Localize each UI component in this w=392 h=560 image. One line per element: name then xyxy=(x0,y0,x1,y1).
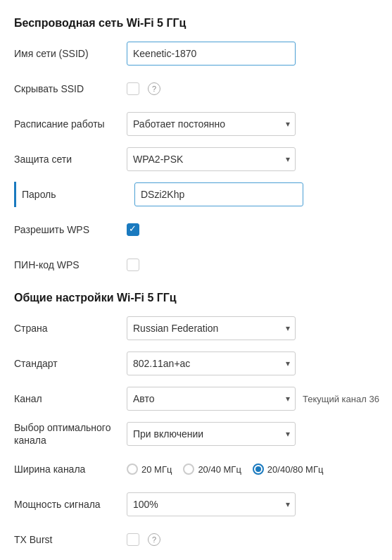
schedule-select[interactable]: Работает постоянно xyxy=(127,112,296,136)
optimal-channel-label: Выбор оптимального канала xyxy=(14,421,127,447)
ssid-input[interactable] xyxy=(127,42,296,66)
tx-burst-help-icon[interactable]: ? xyxy=(148,533,160,546)
country-label: Страна xyxy=(14,323,127,334)
schedule-select-wrap: Работает постоянно ▾ xyxy=(127,112,296,136)
ssid-label: Имя сети (SSID) xyxy=(14,48,127,59)
power-label: Мощность сигнала xyxy=(14,499,127,510)
tx-burst-checkbox[interactable] xyxy=(127,533,139,546)
schedule-row: Расписание работы Работает постоянно ▾ xyxy=(14,111,378,137)
standard-select-wrap: 802.11an+ac ▾ xyxy=(127,351,296,375)
password-control xyxy=(134,182,378,206)
bandwidth-control: 20 МГц 20/40 МГц 20/40/80 МГц xyxy=(127,463,378,475)
channel-select-wrap: Авто ▾ xyxy=(127,387,296,411)
standard-select[interactable]: 802.11an+ac xyxy=(127,351,296,375)
standard-row: Стандарт 802.11an+ac ▾ xyxy=(14,351,378,376)
bandwidth-row: Ширина канала 20 МГц 20/40 МГц 20/40/80 … xyxy=(14,456,378,482)
bandwidth-20mhz-item[interactable]: 20 МГц xyxy=(127,463,172,475)
section-general-title: Общие настройки Wi-Fi 5 ГГц xyxy=(14,292,378,304)
bandwidth-2040mhz-item[interactable]: 20/40 МГц xyxy=(183,463,241,475)
standard-label: Стандарт xyxy=(14,358,127,369)
country-row: Страна Russian Federation ▾ xyxy=(14,316,378,341)
wps-pin-row: ПИН-код WPS xyxy=(14,252,378,278)
channel-current-note: Текущий канал 36 xyxy=(303,394,379,404)
country-select[interactable]: Russian Federation xyxy=(127,316,296,340)
country-select-wrap: Russian Federation ▾ xyxy=(127,316,296,340)
password-label: Пароль xyxy=(22,189,134,200)
standard-control: 802.11an+ac ▾ xyxy=(127,351,378,375)
channel-control: Авто ▾ Текущий канал 36 xyxy=(127,387,379,411)
wps-pin-control xyxy=(127,259,378,271)
section-general: Общие настройки Wi-Fi 5 ГГц Страна Russi… xyxy=(14,292,378,552)
power-select[interactable]: 100% xyxy=(127,492,296,516)
tx-burst-row: TX Burst ? xyxy=(14,527,378,552)
channel-row: Канал Авто ▾ Текущий канал 36 xyxy=(14,386,378,411)
country-control: Russian Federation ▾ xyxy=(127,316,378,340)
hide-ssid-checkbox[interactable] xyxy=(127,82,139,95)
password-input[interactable] xyxy=(134,182,303,206)
wps-pin-label: ПИН-код WPS xyxy=(14,259,127,270)
schedule-label: Расписание работы xyxy=(14,118,127,130)
wps-pin-checkbox[interactable] xyxy=(127,259,139,271)
bandwidth-radio-group: 20 МГц 20/40 МГц 20/40/80 МГц xyxy=(127,463,323,475)
optimal-channel-select-wrap: При включении ▾ xyxy=(127,422,296,446)
bandwidth-204080mhz-label: 20/40/80 МГц xyxy=(267,464,324,475)
ssid-control xyxy=(127,42,378,66)
security-row: Защита сети WPA2-PSK ▾ xyxy=(14,147,378,172)
tx-burst-control: ? xyxy=(127,533,378,546)
hide-ssid-label: Скрывать SSID xyxy=(14,83,127,94)
bandwidth-20mhz-radio[interactable] xyxy=(127,463,138,475)
tx-burst-label: TX Burst xyxy=(14,534,127,545)
channel-label: Канал xyxy=(14,393,127,404)
security-label: Защита сети xyxy=(14,154,127,165)
hide-ssid-control: ? xyxy=(127,82,378,95)
section-wifi5-title: Беспроводная сеть Wi-Fi 5 ГГц xyxy=(14,17,378,30)
power-row: Мощность сигнала 100% ▾ xyxy=(14,492,378,517)
security-select-wrap: WPA2-PSK ▾ xyxy=(127,147,296,171)
ssid-row: Имя сети (SSID) xyxy=(14,41,378,66)
optimal-channel-select[interactable]: При включении xyxy=(127,422,296,446)
channel-select[interactable]: Авто xyxy=(127,387,296,411)
bandwidth-2040mhz-label: 20/40 МГц xyxy=(198,464,241,475)
wps-allow-control xyxy=(127,223,378,236)
wps-allow-row: Разрешить WPS xyxy=(14,217,378,242)
power-control: 100% ▾ xyxy=(127,492,378,516)
password-row: Пароль xyxy=(14,182,378,207)
bandwidth-204080mhz-radio[interactable] xyxy=(253,463,264,475)
optimal-channel-row: Выбор оптимального канала При включении … xyxy=(14,421,378,447)
hide-ssid-row: Скрывать SSID ? xyxy=(14,76,378,101)
bandwidth-204080mhz-item[interactable]: 20/40/80 МГц xyxy=(253,463,324,475)
power-select-wrap: 100% ▾ xyxy=(127,492,296,516)
hide-ssid-help-icon[interactable]: ? xyxy=(148,82,160,95)
section-wifi5: Беспроводная сеть Wi-Fi 5 ГГц Имя сети (… xyxy=(14,17,378,278)
wps-allow-checkbox[interactable] xyxy=(127,223,139,236)
security-control: WPA2-PSK ▾ xyxy=(127,147,378,171)
optimal-channel-control: При включении ▾ xyxy=(127,422,378,446)
bandwidth-2040mhz-radio[interactable] xyxy=(183,463,194,475)
schedule-control: Работает постоянно ▾ xyxy=(127,112,378,136)
bandwidth-label: Ширина канала xyxy=(14,463,127,475)
wps-allow-label: Разрешить WPS xyxy=(14,224,127,235)
bandwidth-20mhz-label: 20 МГц xyxy=(141,464,172,475)
security-select[interactable]: WPA2-PSK xyxy=(127,147,296,171)
